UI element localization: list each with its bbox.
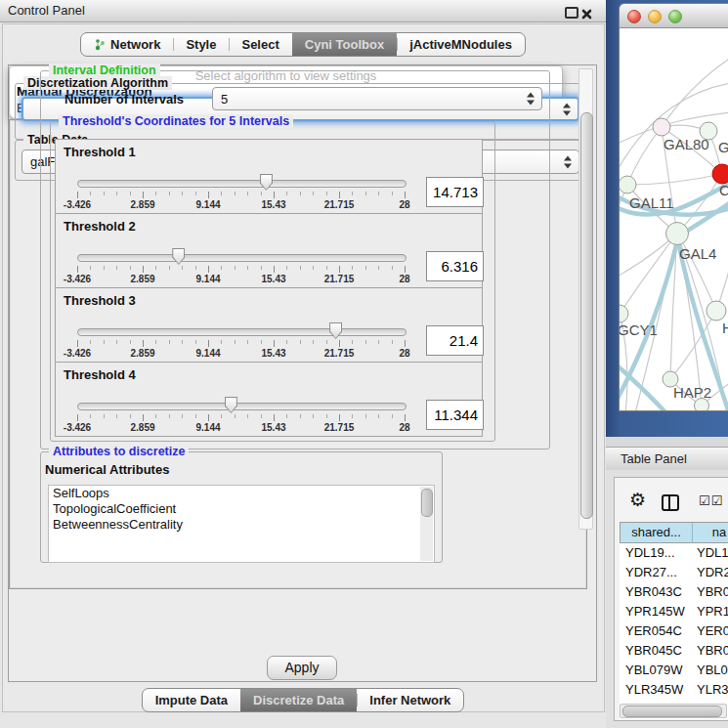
network-node-gal11[interactable] — [620, 176, 636, 193]
table-row[interactable]: YBR045CYBR0 — [620, 641, 728, 661]
tick-label: 9.144 — [195, 199, 220, 210]
checkbox-filter-icon[interactable]: ☑☑ — [699, 493, 723, 508]
tab-network[interactable]: Network — [81, 33, 173, 56]
threshold-value-field[interactable]: 21.4 — [426, 325, 484, 356]
network-view-window: GAL80GACGAL11GAL4GCY1HHAP2 — [619, 3, 728, 411]
list-scrollbar-thumb[interactable] — [421, 489, 433, 517]
settings-scrollbar[interactable] — [578, 119, 587, 530]
tab-cyni-toolbox[interactable]: Cyni Toolbox — [292, 33, 397, 56]
table-row[interactable]: YDR27...YDR2 — [620, 563, 728, 582]
table-cell[interactable]: YBR0 — [692, 641, 728, 661]
slider-tick-labels: -3.4262.8599.14415.4321.71528 — [77, 199, 406, 210]
settings-scrollbar-thumb[interactable] — [580, 119, 587, 519]
table-cell[interactable]: YER0 — [692, 621, 728, 641]
threshold-slider-thumb[interactable] — [260, 174, 273, 191]
table-hscrollbar[interactable] — [620, 704, 727, 718]
slider-tick-labels: -3.4262.8599.14415.4321.71528 — [77, 348, 406, 359]
tick-label: 15.43 — [261, 199, 285, 210]
table-cell[interactable]: YDL19... — [620, 543, 692, 563]
table-cell[interactable]: YDL1 — [692, 543, 728, 563]
panel-gap — [606, 437, 728, 447]
threshold-slider-track[interactable] — [77, 254, 407, 262]
network-edge — [627, 174, 722, 185]
network-node-gal4[interactable] — [666, 223, 689, 245]
minimize-traffic-light-icon[interactable] — [648, 10, 662, 23]
threshold-panel-1: Threshold 1-3.4262.8599.14415.4321.71528… — [55, 139, 483, 214]
float-window-icon[interactable] — [565, 7, 578, 19]
table-row[interactable]: YDL19...YDL1 — [620, 543, 728, 563]
gear-icon[interactable]: ⚙ — [629, 491, 646, 509]
tab-label: Network — [110, 33, 160, 56]
thresholds-group-title: Threshold's Coordinates for 5 Intervals — [59, 119, 293, 128]
threshold-slider-track[interactable] — [77, 403, 407, 410]
tick-label: -3.426 — [64, 422, 91, 433]
table-cell[interactable]: YLR3 — [692, 680, 728, 700]
close-traffic-light-icon[interactable] — [627, 10, 641, 23]
table-panel-title: Table Panel — [621, 451, 687, 466]
tab-style[interactable]: Style — [173, 33, 229, 56]
tab-label: jActiveMNodules — [409, 33, 512, 56]
table-cell[interactable]: YBL0 — [692, 661, 728, 680]
tick-label: 15.43 — [261, 274, 285, 284]
table-cell[interactable]: YBR045C — [620, 641, 692, 661]
table-cell[interactable]: YBL079W — [620, 661, 692, 680]
table-cell[interactable]: YDR2 — [692, 563, 728, 582]
network-canvas[interactable]: GAL80GACGAL11GAL4GCY1HHAP2 — [620, 28, 728, 410]
table-cell[interactable]: YBR043C — [620, 582, 692, 602]
close-icon[interactable] — [581, 6, 592, 23]
threshold-panel-4: Threshold 4-3.4262.8599.14415.4321.71528… — [55, 362, 483, 437]
table-cell[interactable]: YER054C — [620, 621, 692, 641]
threshold-value-field[interactable]: 11.344 — [426, 400, 484, 430]
network-node-gal80[interactable] — [653, 118, 670, 136]
table-row[interactable]: YLR345WYLR3 — [620, 680, 728, 700]
node-label: C — [719, 182, 728, 198]
table-cell[interactable]: YDR27... — [620, 563, 692, 582]
node-label: GAL11 — [629, 194, 674, 211]
network-node-c[interactable] — [712, 164, 728, 184]
table-row[interactable]: YBL079WYBL0 — [620, 661, 728, 680]
tab-discretize-data[interactable]: Discretize Data — [240, 689, 357, 711]
list-scrollbar[interactable] — [420, 487, 433, 561]
tab-label: Cyni Toolbox — [305, 33, 384, 56]
table-cell[interactable]: YPR1 — [692, 602, 728, 621]
network-icon — [94, 38, 106, 51]
threshold-panel-2: Threshold 2-3.4262.8599.14415.4321.71528… — [55, 213, 483, 288]
attribute-list-item[interactable]: TopologicalCoefficient — [49, 501, 434, 517]
tab-jactivemnodules[interactable]: jActiveMNodules — [397, 33, 525, 56]
threshold-label: Threshold 3 — [64, 293, 136, 308]
threshold-value-field[interactable]: 6.316 — [426, 251, 484, 281]
table-cell[interactable]: YBR0 — [692, 582, 728, 602]
threshold-slider-track[interactable] — [77, 180, 407, 188]
threshold-slider-thumb[interactable] — [172, 248, 185, 265]
thresholds-group: Threshold's Coordinates for 5 Intervals … — [50, 121, 495, 442]
zoom-traffic-light-icon[interactable] — [668, 10, 682, 23]
tick-label: -3.426 — [64, 199, 91, 210]
tick-label: 28 — [399, 348, 409, 359]
threshold-slider-thumb[interactable] — [225, 397, 237, 413]
slider-ticks — [77, 192, 406, 199]
apply-button[interactable]: Apply — [267, 656, 337, 680]
table-row[interactable]: YBR043CYBR0 — [620, 582, 728, 602]
table-row[interactable]: YPR145WYPR1 — [620, 602, 728, 621]
table-cell[interactable]: YLR345W — [620, 680, 692, 700]
column-header-1[interactable]: shared... — [621, 523, 693, 542]
numerical-attributes-list[interactable]: SelfLoopsTopologicalCoefficientBetweenne… — [48, 485, 435, 563]
tab-impute-data[interactable]: Impute Data — [143, 689, 240, 711]
table-hscrollbar-thumb[interactable] — [622, 706, 722, 717]
tick-label: 9.144 — [195, 348, 220, 359]
network-node-gcy1[interactable] — [620, 305, 628, 322]
tab-infer-network[interactable]: Infer Network — [357, 689, 463, 711]
threshold-slider-thumb[interactable] — [329, 322, 342, 339]
table-row[interactable]: YER054CYER0 — [620, 621, 728, 641]
table-cell[interactable]: YPR145W — [620, 602, 692, 621]
column-header-2[interactable]: na — [693, 523, 728, 542]
tab-select[interactable]: Select — [229, 33, 291, 56]
attribute-list-item[interactable]: BetweennessCentrality — [49, 517, 434, 533]
slider-ticks — [77, 340, 406, 348]
threshold-value-field[interactable]: 14.713 — [426, 177, 484, 207]
tick-label: 2.859 — [130, 199, 154, 210]
columns-icon[interactable] — [662, 494, 679, 511]
attribute-list-item[interactable]: SelfLoops — [49, 486, 434, 501]
network-node-h[interactable] — [707, 301, 726, 321]
threshold-slider-track[interactable] — [77, 328, 407, 336]
